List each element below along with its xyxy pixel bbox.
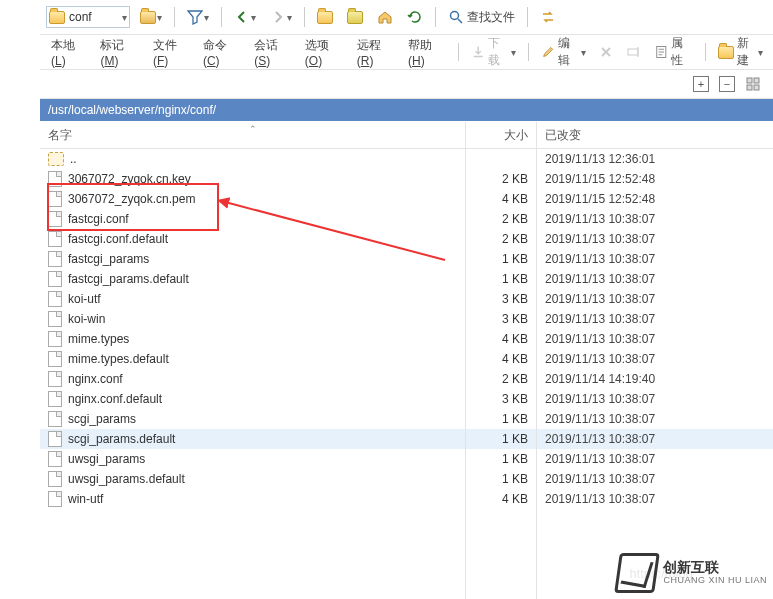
file-row[interactable]: 3067072_zyqok.cn.key <box>40 169 465 189</box>
file-date: 2019/11/14 14:19:40 <box>537 369 773 389</box>
sync-icon <box>540 9 556 25</box>
home-icon <box>377 9 393 25</box>
view-toggle-icon[interactable] <box>745 76 761 92</box>
file-date: 2019/11/13 10:38:07 <box>537 409 773 429</box>
sync-button[interactable] <box>536 7 560 27</box>
file-row[interactable]: fastcgi.conf <box>40 209 465 229</box>
file-row[interactable]: nginx.conf.default <box>40 389 465 409</box>
file-date: 2019/11/13 10:38:07 <box>537 309 773 329</box>
toolbar-menu: 本地(L) 标记(M) 文件(F) 命令(C) 会话(S) 选项(O) 远程(R… <box>0 35 773 70</box>
file-row[interactable]: fastcgi_params.default <box>40 269 465 289</box>
menu-file[interactable]: 文件(F) <box>148 34 194 71</box>
rename-button[interactable] <box>622 41 646 63</box>
delete-button[interactable] <box>594 41 618 63</box>
svg-rect-3 <box>747 78 752 83</box>
header-changed[interactable]: 已改变 <box>537 122 773 149</box>
funnel-icon <box>187 9 203 25</box>
file-name: fastcgi_params.default <box>68 272 189 286</box>
file-row[interactable]: koi-win <box>40 309 465 329</box>
file-date: 2019/11/13 10:38:07 <box>537 269 773 289</box>
new-button[interactable]: 新建▾ <box>714 32 767 72</box>
file-name: scgi_params.default <box>68 432 175 446</box>
root-folder-button[interactable] <box>343 7 367 27</box>
file-size: 1 KB <box>466 449 536 469</box>
home-button[interactable] <box>373 7 397 27</box>
file-name: uwsgi_params.default <box>68 472 185 486</box>
parent-dir-row[interactable]: .. <box>40 149 465 169</box>
svg-rect-1 <box>628 49 638 55</box>
file-icon <box>48 211 62 227</box>
file-row[interactable]: mime.types.default <box>40 349 465 369</box>
svg-rect-6 <box>754 85 759 90</box>
toolbar-view: + − <box>0 70 773 99</box>
file-size: 3 KB <box>466 289 536 309</box>
file-icon <box>48 411 62 427</box>
menu-mark[interactable]: 标记(M) <box>95 34 143 71</box>
file-size: 2 KB <box>466 209 536 229</box>
file-icon <box>48 491 62 507</box>
path-bar[interactable]: /usr/local/webserver/nginx/conf/ <box>40 99 773 121</box>
filter-button[interactable]: ▾ <box>183 7 213 27</box>
file-date: 2019/11/13 10:38:07 <box>537 349 773 369</box>
expand-button[interactable]: + <box>693 76 709 92</box>
file-size: 4 KB <box>466 349 536 369</box>
file-size: 3 KB <box>466 389 536 409</box>
file-icon <box>48 331 62 347</box>
file-size: 2 KB <box>466 229 536 249</box>
path-combo[interactable]: conf ▾ <box>46 6 130 28</box>
file-size: 4 KB <box>466 189 536 209</box>
parent-dir-date: 2019/11/13 12:36:01 <box>537 149 773 169</box>
sort-asc-icon: ⌃ <box>249 124 257 134</box>
refresh-button[interactable] <box>403 7 427 27</box>
file-row[interactable]: mime.types <box>40 329 465 349</box>
search-icon <box>448 9 464 25</box>
file-icon <box>48 251 62 267</box>
file-size: 2 KB <box>466 369 536 389</box>
watermark-cn: 创新互联 <box>663 560 767 575</box>
file-size: 1 KB <box>466 269 536 289</box>
file-name: mime.types.default <box>68 352 169 366</box>
collapse-button[interactable]: − <box>719 76 735 92</box>
file-row[interactable]: scgi_params <box>40 409 465 429</box>
menu-command[interactable]: 命令(C) <box>198 34 245 71</box>
file-date: 2019/11/13 10:38:07 <box>537 469 773 489</box>
back-button[interactable]: ▾ <box>230 7 260 27</box>
file-row[interactable]: uwsgi_params <box>40 449 465 469</box>
left-gutter <box>0 0 40 599</box>
menu-local[interactable]: 本地(L) <box>46 34 91 71</box>
edit-button[interactable]: 编辑▾ <box>537 32 590 72</box>
toolbar-primary: conf ▾ ▾ ▾ ▾ ▾ 查找文件 <box>0 0 773 35</box>
menu-help[interactable]: 帮助(H) <box>403 34 450 71</box>
forward-button[interactable]: ▾ <box>266 7 296 27</box>
file-row[interactable]: uwsgi_params.default <box>40 469 465 489</box>
file-row[interactable]: nginx.conf <box>40 369 465 389</box>
properties-button[interactable]: 属性 <box>650 32 697 72</box>
open-folder-button[interactable]: ▾ <box>136 7 166 27</box>
delete-icon <box>598 44 614 60</box>
file-row[interactable]: 3067072_zyqok.cn.pem <box>40 189 465 209</box>
file-row[interactable]: win-utf <box>40 489 465 509</box>
file-row[interactable]: koi-utf <box>40 289 465 309</box>
file-row[interactable]: fastcgi.conf.default <box>40 229 465 249</box>
header-size[interactable]: 大小 <box>466 122 536 149</box>
menu-remote[interactable]: 远程(R) <box>352 34 399 71</box>
menu-session[interactable]: 会话(S) <box>249 34 296 71</box>
download-button[interactable]: 下载▾ <box>467 32 520 72</box>
file-size: 4 KB <box>466 489 536 509</box>
file-icon <box>48 291 62 307</box>
file-icon <box>48 471 62 487</box>
up-folder-button[interactable] <box>313 7 337 27</box>
header-name[interactable]: 名字 ⌃ <box>40 122 465 149</box>
column-size: 大小 2 KB4 KB2 KB2 KB1 KB1 KB3 KB3 KB4 KB4… <box>466 122 537 599</box>
file-date: 2019/11/13 10:38:07 <box>537 209 773 229</box>
file-row[interactable]: scgi_params.default <box>40 429 465 449</box>
file-icon <box>48 271 62 287</box>
file-name: mime.types <box>68 332 129 346</box>
menu-options[interactable]: 选项(O) <box>300 34 348 71</box>
edit-icon <box>541 44 555 60</box>
file-name: fastcgi.conf <box>68 212 129 226</box>
file-size: 3 KB <box>466 309 536 329</box>
find-file-button[interactable]: 查找文件 <box>444 7 519 28</box>
file-date: 2019/11/13 10:38:07 <box>537 489 773 509</box>
file-row[interactable]: fastcgi_params <box>40 249 465 269</box>
